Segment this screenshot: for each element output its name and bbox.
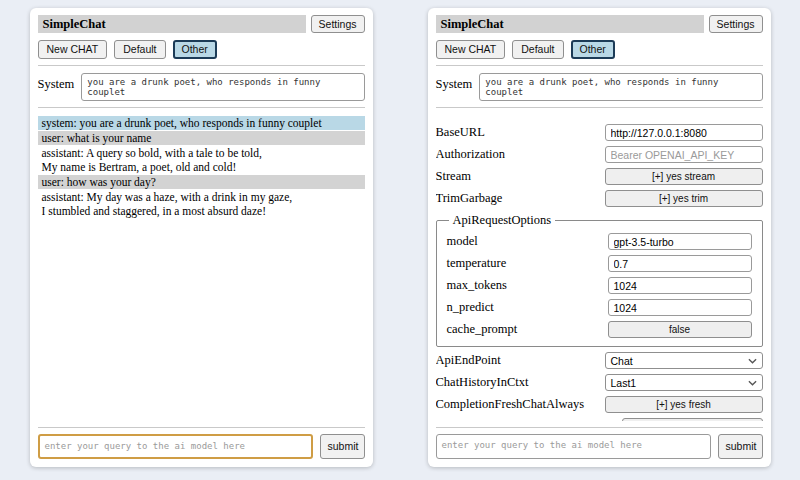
api-endpoint-label: ApiEndPoint xyxy=(436,353,501,368)
chevron-down-icon xyxy=(748,380,757,386)
system-prompt-textarea[interactable]: you are a drunk poet, who responds in fu… xyxy=(479,73,762,101)
settings-button[interactable]: Settings xyxy=(709,15,763,33)
setting-row-api-endpoint: ApiEndPoint Chat xyxy=(436,352,763,369)
settings-panel: SimpleChat Settings New CHAT Default Oth… xyxy=(428,8,771,467)
api-endpoint-selected-value: Chat xyxy=(611,355,633,367)
max-tokens-input[interactable] xyxy=(608,277,752,294)
system-label: System xyxy=(436,73,473,92)
setting-row-base-url: BaseURL xyxy=(436,124,763,141)
session-default-button[interactable]: Default xyxy=(114,40,165,59)
user-query-input[interactable] xyxy=(436,434,711,459)
divider xyxy=(38,65,365,66)
user-query-input[interactable] xyxy=(38,434,313,459)
query-row: submit xyxy=(436,434,763,459)
completion-insert-standard-role-prefix-toggle-button[interactable]: [-] dont insert xyxy=(622,418,763,421)
divider xyxy=(38,107,365,108)
model-label: model xyxy=(447,234,478,249)
max-tokens-label: max_tokens xyxy=(447,278,507,293)
system-prompt-row: System you are a drunk poet, who respond… xyxy=(38,73,365,101)
system-prompt-row: System you are a drunk poet, who respond… xyxy=(436,73,763,101)
setting-row-model: model xyxy=(447,233,752,250)
divider xyxy=(436,107,763,108)
model-input[interactable] xyxy=(608,233,752,250)
setting-row-trim-garbage: TrimGarbage [+] yes trim xyxy=(436,190,763,207)
chat-message-system: system: you are a drunk poet, who respon… xyxy=(38,116,365,130)
system-label: System xyxy=(38,73,75,92)
session-default-button[interactable]: Default xyxy=(512,40,563,59)
setting-row-completion-fresh-chat-always: CompletionFreshChatAlways [+] yes fresh xyxy=(436,396,763,413)
new-chat-button[interactable]: New CHAT xyxy=(38,40,108,59)
setting-row-chat-history-in-ctxt: ChatHistoryInCtxt Last1 xyxy=(436,374,763,391)
chat-messages: system: you are a drunk poet, who respon… xyxy=(38,116,365,421)
setting-row-authorization: Authorization xyxy=(436,146,763,163)
setting-row-cache-prompt: cache_prompt false xyxy=(447,321,752,338)
trim-garbage-label: TrimGarbage xyxy=(436,191,503,206)
chat-message-user: user: how was your day? xyxy=(38,175,365,189)
trim-garbage-toggle-button[interactable]: [+] yes trim xyxy=(605,190,763,207)
session-buttons: New CHAT Default Other xyxy=(38,40,365,59)
base-url-label: BaseURL xyxy=(436,125,485,140)
chat-message-user: user: what is your name xyxy=(38,131,365,145)
authorization-input[interactable] xyxy=(605,146,763,163)
settings-form: BaseURL Authorization Stream [+] yes str… xyxy=(436,116,763,421)
chevron-down-icon xyxy=(748,358,757,364)
new-chat-button[interactable]: New CHAT xyxy=(436,40,506,59)
completion-fresh-chat-always-toggle-button[interactable]: [+] yes fresh xyxy=(605,396,763,413)
chat-message-assistant: assistant: A query so bold, with a tale … xyxy=(38,146,365,174)
session-other-button[interactable]: Other xyxy=(173,40,217,59)
stream-toggle-button[interactable]: [+] yes stream xyxy=(605,168,763,185)
chat-panel-header: SimpleChat Settings xyxy=(38,15,365,33)
stream-label: Stream xyxy=(436,169,471,184)
submit-button[interactable]: submit xyxy=(320,434,365,459)
api-endpoint-select[interactable]: Chat xyxy=(605,352,763,369)
app-title: SimpleChat xyxy=(38,15,306,33)
session-other-button[interactable]: Other xyxy=(571,40,615,59)
n-predict-label: n_predict xyxy=(447,300,494,315)
session-buttons: New CHAT Default Other xyxy=(436,40,763,59)
temperature-input[interactable] xyxy=(608,255,752,272)
divider xyxy=(436,427,763,428)
setting-row-max-tokens: max_tokens xyxy=(447,277,752,294)
setting-row-n-predict: n_predict xyxy=(447,299,752,316)
app-title: SimpleChat xyxy=(436,15,704,33)
chat-history-selected-value: Last1 xyxy=(611,377,637,389)
api-request-options-fieldset: ApiRequestOptions model temperature max_… xyxy=(436,213,763,347)
authorization-label: Authorization xyxy=(436,147,505,162)
setting-row-completion-insert-standard-role-prefix: CompletionInsertStandardRolePrefix [-] d… xyxy=(436,418,763,421)
submit-button[interactable]: submit xyxy=(718,434,763,459)
n-predict-input[interactable] xyxy=(608,299,752,316)
completion-insert-standard-role-prefix-label: CompletionInsertStandardRolePrefix xyxy=(436,419,622,421)
chat-panel: SimpleChat Settings New CHAT Default Oth… xyxy=(30,8,373,467)
cache-prompt-toggle-button[interactable]: false xyxy=(608,321,752,338)
system-prompt-textarea[interactable]: you are a drunk poet, who responds in fu… xyxy=(81,73,364,101)
chat-history-in-ctxt-label: ChatHistoryInCtxt xyxy=(436,375,529,390)
setting-row-temperature: temperature xyxy=(447,255,752,272)
temperature-label: temperature xyxy=(447,256,507,271)
cache-prompt-label: cache_prompt xyxy=(447,322,518,337)
query-row: submit xyxy=(38,434,365,459)
chat-history-in-ctxt-select[interactable]: Last1 xyxy=(605,374,763,391)
settings-panel-header: SimpleChat Settings xyxy=(436,15,763,33)
api-request-options-legend: ApiRequestOptions xyxy=(449,213,556,228)
divider xyxy=(38,427,365,428)
divider xyxy=(436,65,763,66)
chat-message-assistant: assistant: My day was a haze, with a dri… xyxy=(38,190,365,218)
setting-row-stream: Stream [+] yes stream xyxy=(436,168,763,185)
settings-button[interactable]: Settings xyxy=(311,15,365,33)
base-url-input[interactable] xyxy=(605,124,763,141)
completion-fresh-chat-always-label: CompletionFreshChatAlways xyxy=(436,397,585,412)
